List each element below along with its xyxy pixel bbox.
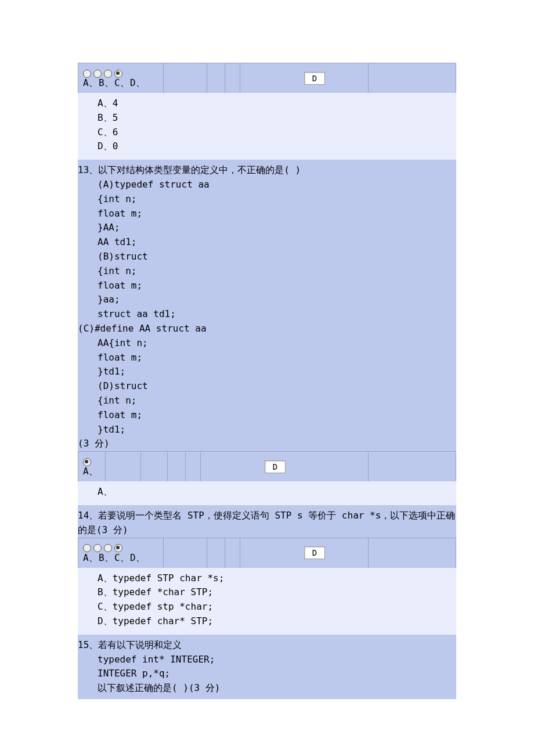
q13-stem: 以下对结构体类型变量的定义中，不正确的是( ) [98, 164, 301, 175]
q12-answer-row: A、B、C、D、 D [78, 63, 456, 93]
q13-points: (3 分) [78, 437, 456, 451]
q14-radio-group[interactable]: A、B、C、D、 [78, 538, 164, 568]
radio-icon[interactable] [83, 70, 91, 78]
q12-answer-box[interactable]: D [304, 72, 325, 85]
radio-icon[interactable] [93, 544, 102, 552]
q14-number: 14、 [78, 510, 98, 521]
radio-label: C、 [114, 552, 130, 564]
code-line: typedef int* INTEGER; [98, 653, 456, 667]
code-line: }AA; [98, 221, 456, 235]
q15-stem: 若有以下说明和定义 [98, 639, 182, 650]
code-line: INTEGER p,*q; [98, 667, 456, 681]
code-line: AA td1; [98, 235, 456, 250]
q14-options: A、typedef STP char *s; B、typedef *char S… [78, 568, 456, 635]
q13-options: A、 [78, 481, 456, 505]
radio-icon[interactable] [114, 544, 122, 552]
q14-question: 14、若要说明一个类型名 STP，使得定义语句 STP s 等价于 char *… [78, 505, 456, 538]
q13-radio-group[interactable]: A、 [78, 452, 106, 481]
q13-flush: (C)#define AA struct aa [78, 322, 456, 336]
q12-options: A、4 B、5 C、6 D、0 [78, 93, 456, 160]
code-line: AA{int n; [98, 336, 456, 351]
radio-label: B、 [99, 552, 114, 564]
radio-icon[interactable] [114, 70, 122, 78]
q13-question: 13、以下对结构体类型变量的定义中，不正确的是( ) (A)typedef st… [78, 160, 456, 451]
q15-question: 15、若有以下说明和定义 typedef int* INTEGER;INTEGE… [78, 635, 456, 699]
radio-icon[interactable] [104, 544, 112, 552]
code-line: (D)struct [98, 379, 456, 394]
code-line: float m; [98, 279, 456, 293]
radio-icon[interactable] [83, 458, 91, 466]
radio-label: A、 [83, 466, 99, 478]
code-line: }aa; [98, 293, 456, 307]
code-line: float m; [98, 408, 456, 423]
code-line: {int n; [98, 192, 456, 207]
code-line: (B)struct [98, 250, 456, 264]
code-line: {int n; [98, 394, 456, 408]
radio-label: B、 [99, 77, 114, 89]
code-line: {int n; [98, 264, 456, 279]
q13-answer-row: A、 D [78, 451, 456, 481]
q15-number: 15、 [78, 639, 98, 650]
q12-radio-group[interactable]: A、B、C、D、 [78, 63, 164, 93]
code-line: 以下叙述正确的是( )(3 分) [98, 681, 456, 696]
radio-label: C、 [114, 77, 130, 89]
code-line: struct aa td1; [98, 307, 456, 322]
radio-icon[interactable] [104, 70, 112, 78]
q13-answer-box[interactable]: D [265, 460, 286, 473]
code-line: }td1; [98, 423, 456, 437]
q14-answer-row: A、B、C、D、 D [78, 538, 456, 568]
radio-icon[interactable] [93, 70, 102, 78]
radio-label: D、 [130, 552, 146, 564]
code-line: (A)typedef struct aa [98, 178, 456, 192]
radio-label: A、 [83, 77, 99, 89]
q13-number: 13、 [78, 164, 98, 175]
code-line: float m; [98, 351, 456, 365]
code-line: float m; [98, 207, 456, 221]
radio-label: D、 [130, 77, 146, 89]
q14-stem: 若要说明一个类型名 STP，使得定义语句 STP s 等价于 char *s，以… [78, 510, 455, 535]
q14-answer-box[interactable]: D [304, 546, 325, 559]
radio-icon[interactable] [83, 544, 91, 552]
code-line: }td1; [98, 365, 456, 379]
radio-label: A、 [83, 552, 99, 564]
